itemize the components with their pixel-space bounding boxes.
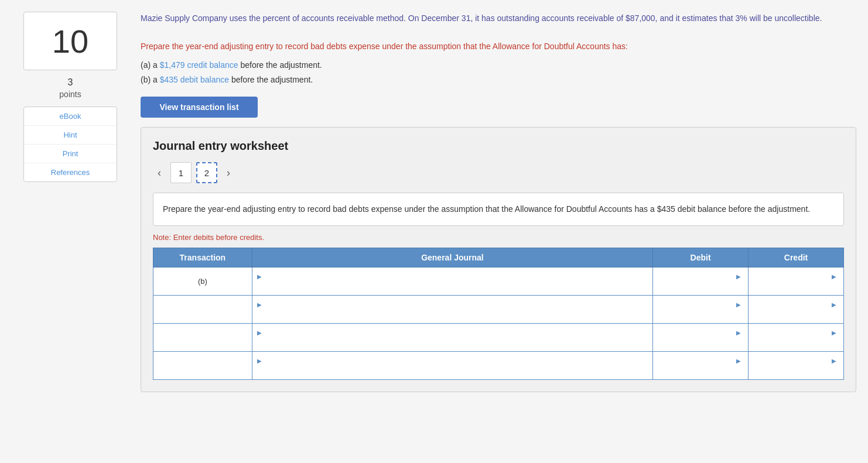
journal-cell-4[interactable] (252, 351, 652, 379)
tab-navigation: ‹ 1 2 › (153, 162, 844, 183)
journal-input-4[interactable] (257, 365, 648, 376)
table-row (153, 295, 844, 323)
debit-cell-1[interactable] (653, 267, 749, 295)
tab-next-button[interactable]: › (222, 164, 235, 181)
journal-cell-1[interactable] (252, 267, 652, 295)
journal-input-2[interactable] (257, 308, 648, 320)
points-label: 3 points (59, 76, 81, 101)
part-a-suffix: before the adjustment. (238, 60, 322, 70)
journal-cell-3[interactable] (252, 323, 652, 351)
journal-table: Transaction General Journal Debit Credit… (153, 248, 844, 380)
journal-cell-2[interactable] (252, 295, 652, 323)
tab-prev-button[interactable]: ‹ (153, 164, 166, 181)
question-instruction: Prepare the year-end adjusting entry to … (141, 40, 856, 53)
credit-cell-2[interactable] (749, 295, 844, 323)
credit-cell-1[interactable] (749, 267, 844, 295)
part-b-suffix: before the adjustment. (229, 75, 313, 84)
header-credit: Credit (749, 248, 844, 267)
transaction-cell-4 (153, 351, 252, 379)
part-b-highlight: $435 debit balance (160, 75, 229, 84)
print-link[interactable]: Print (24, 145, 117, 163)
points-text: points (59, 89, 81, 101)
right-arrow-icon: › (227, 167, 230, 179)
part-b: (b) a $435 debit balance before the adju… (141, 73, 856, 87)
header-debit: Debit (653, 248, 749, 267)
credit-input-2[interactable] (753, 308, 839, 320)
journal-input-1[interactable] (257, 280, 648, 291)
tab-1[interactable]: 1 (170, 162, 192, 183)
debit-input-2[interactable] (658, 308, 743, 320)
debit-input-1[interactable] (658, 280, 743, 291)
table-row: (b) (153, 267, 844, 295)
debit-cell-3[interactable] (653, 323, 749, 351)
credit-input-3[interactable] (753, 337, 839, 348)
header-general-journal: General Journal (252, 248, 652, 267)
part-a-highlight: $1,479 credit balance (160, 60, 238, 70)
question-instruction-block: Prepare the year-end adjusting entry to … (141, 34, 856, 87)
table-header-row: Transaction General Journal Debit Credit (153, 248, 844, 267)
worksheet-note: Note: Enter debits before credits. (153, 233, 844, 242)
worksheet-instruction-box: Prepare the year-end adjusting entry to … (153, 193, 844, 225)
references-link[interactable]: References (24, 163, 117, 181)
debit-cell-2[interactable] (653, 295, 749, 323)
question-number-box: 10 (23, 12, 117, 70)
credit-cell-4[interactable] (749, 351, 844, 379)
question-parts: (a) a $1,479 credit balance before the a… (141, 58, 856, 87)
sidebar-links: eBook Hint Print References (23, 107, 117, 182)
debit-input-3[interactable] (658, 337, 743, 348)
view-transaction-button-wrapper: View transaction list (141, 97, 856, 118)
tab-2[interactable]: 2 (196, 162, 217, 183)
table-row (153, 323, 844, 351)
part-b-prefix: (b) a (141, 75, 160, 84)
journal-input-3[interactable] (257, 337, 648, 348)
debit-input-4[interactable] (658, 365, 743, 376)
table-row (153, 351, 844, 379)
part-a: (a) a $1,479 credit balance before the a… (141, 58, 856, 73)
transaction-cell-1: (b) (153, 267, 252, 295)
journal-worksheet: Journal entry worksheet ‹ 1 2 › Prepare … (141, 127, 856, 392)
main-content: Mazie Supply Company uses the percent of… (141, 12, 856, 392)
debit-cell-4[interactable] (653, 351, 749, 379)
left-sidebar: 10 3 points eBook Hint Print References (12, 12, 129, 392)
ebook-link[interactable]: eBook (24, 107, 117, 126)
transaction-cell-3 (153, 323, 252, 351)
view-transaction-button[interactable]: View transaction list (141, 97, 258, 118)
left-arrow-icon: ‹ (158, 167, 161, 179)
header-transaction: Transaction (153, 248, 252, 267)
points-number: 3 (59, 76, 81, 89)
part-a-prefix: (a) a (141, 60, 160, 70)
worksheet-title: Journal entry worksheet (153, 139, 844, 153)
question-number: 10 (52, 22, 88, 60)
transaction-cell-2 (153, 295, 252, 323)
credit-input-4[interactable] (753, 365, 839, 376)
credit-cell-3[interactable] (749, 323, 844, 351)
credit-input-1[interactable] (753, 280, 839, 291)
question-main-text: Mazie Supply Company uses the percent of… (141, 12, 856, 25)
hint-link[interactable]: Hint (24, 126, 117, 145)
